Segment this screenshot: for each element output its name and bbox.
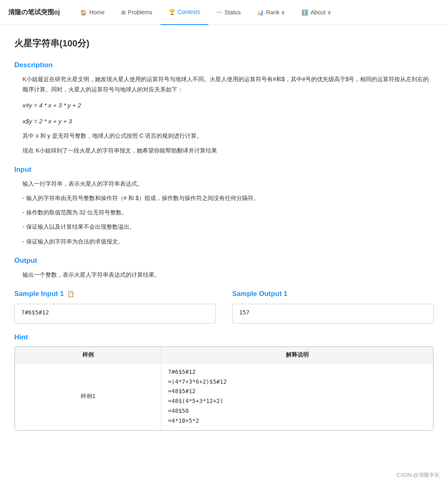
sample-section: Sample Input 1 📋 7#6$5#12 Sample Output …: [14, 290, 434, 323]
input-title: Input: [14, 166, 434, 174]
hint-table: 样例 解释说明 样例1 7#6$5#12 =(4*7+3*6+2)$5#12 =…: [15, 347, 433, 430]
sample-output-box: 157: [232, 304, 434, 323]
sample-input-header: Sample Input 1 📋: [14, 290, 216, 298]
hint-line-6: =4*10+5*2: [168, 416, 426, 426]
nav-link-rank[interactable]: 📊 Rank ∨: [249, 0, 294, 25]
input-line1: 输入一行字符串，表示火星人的字符串表达式。: [23, 179, 434, 189]
description-body: K小姐最近在研究火星文明，她发现火星人使用的运算符号与地球人不同。火星人使用的运…: [14, 74, 434, 156]
sample-output-title: Sample Output 1: [232, 290, 287, 298]
rank-icon: 📊: [257, 9, 264, 16]
hint-table-header-row: 样例 解释说明: [15, 347, 433, 363]
nav-label-home: Home: [89, 9, 104, 16]
sample-row: Sample Input 1 📋 7#6$5#12 Sample Output …: [14, 290, 434, 323]
nav-label-contests: Contests: [178, 9, 200, 15]
about-icon: ℹ️: [301, 9, 308, 16]
math-formula-1: x#y = 4 * x + 3 * y + 2: [23, 100, 434, 111]
hint-line-4: =48$(4*5+3*12+2): [168, 396, 426, 406]
hint-line-5: =48$58: [168, 406, 426, 416]
nav-list: 🏠 Home ⊞ Problems 🏆 Contests 〰 Status: [72, 0, 440, 25]
problems-icon: ⊞: [121, 9, 126, 16]
hint-section: Hint 样例 解释说明 样例1 7#6$5#12 =(4*7+3*6+2)$5…: [14, 333, 434, 431]
nav-link-problems[interactable]: ⊞ Problems: [113, 0, 161, 25]
nav-label-problems: Problems: [128, 9, 152, 16]
sample-output-col: Sample Output 1 157: [232, 290, 434, 323]
description-note2: 现在 K小姐得到了一段火星人的字符串报文，她希望你能帮助翻译并计算结果: [23, 146, 434, 156]
input-bullet2: - 操作数的取值范围为 32 位无符号整数。: [23, 207, 434, 218]
site-brand[interactable]: 清隆の笔试突围oj: [8, 8, 60, 17]
nav-link-status[interactable]: 〰 Status: [208, 0, 249, 25]
hint-col1-header: 样例: [15, 347, 161, 363]
output-body: 输出一个整数，表示火星人字符串表达式的计算结果。: [14, 270, 434, 280]
page-title: 火星字符串(100分): [14, 37, 434, 50]
nav-link-about[interactable]: ℹ️ About ∨: [293, 0, 339, 25]
output-section: Output 输出一个整数，表示火星人字符串表达式的计算结果。: [14, 257, 434, 280]
hint-col2-header: 解释说明: [161, 347, 433, 363]
nav-item-about[interactable]: ℹ️ About ∨: [293, 0, 339, 25]
nav-label-rank: Rank ∨: [266, 9, 285, 16]
sample-input-title: Sample Input 1: [14, 290, 64, 298]
hint-line-2: =(4*7+3*6+2)$5#12: [168, 377, 426, 387]
hint-example-col: 样例1: [15, 363, 161, 430]
hint-table-wrapper: 样例 解释说明 样例1 7#6$5#12 =(4*7+3*6+2)$5#12 =…: [14, 346, 434, 431]
hint-table-row: 样例1 7#6$5#12 =(4*7+3*6+2)$5#12 =48$5#12 …: [15, 363, 433, 430]
input-bullet4: - 保证输入的字符串为合法的求值报文。: [23, 237, 434, 247]
sample-input-col: Sample Input 1 📋 7#6$5#12: [14, 290, 216, 323]
nav-link-contests[interactable]: 🏆 Contests: [161, 0, 208, 25]
main-content: 火星字符串(100分) Description K小姐最近在研究火星文明，她发现…: [0, 25, 448, 453]
output-title: Output: [14, 257, 434, 265]
nav-link-home[interactable]: 🏠 Home: [72, 0, 113, 25]
sample-output-header: Sample Output 1: [232, 290, 434, 298]
hint-title: Hint: [14, 333, 434, 341]
hint-line-1: 7#6$5#12: [168, 367, 426, 377]
copy-icon[interactable]: 📋: [67, 291, 74, 297]
nav-item-problems[interactable]: ⊞ Problems: [113, 0, 161, 25]
description-section: Description K小姐最近在研究火星文明，她发现火星人使用的运算符号与地…: [14, 61, 434, 156]
input-bullet1: - 输入的字符串由无符号整数和操作符（# 和 $）组成，操作数与操作符之间没有任…: [23, 193, 434, 203]
hint-explanation-col: 7#6$5#12 =(4*7+3*6+2)$5#12 =48$5#12 =48$…: [161, 363, 433, 430]
output-text: 输出一个整数，表示火星人字符串表达式的计算结果。: [23, 270, 434, 280]
nav-item-rank[interactable]: 📊 Rank ∨: [249, 0, 294, 25]
hint-line-3: =48$5#12: [168, 387, 426, 396]
description-title: Description: [14, 61, 434, 69]
input-section: Input 输入一行字符串，表示火星人的字符串表达式。 - 输入的字符串由无符号…: [14, 166, 434, 247]
nav-label-status: Status: [224, 9, 241, 16]
nav-item-contests[interactable]: 🏆 Contests: [161, 0, 208, 25]
math-formula-2: x$y = 2 * x + y + 3: [23, 116, 434, 127]
input-bullet3: - 保证输入以及计算结果不会出现整数溢出。: [23, 222, 434, 232]
nav-item-home[interactable]: 🏠 Home: [72, 0, 113, 25]
description-note: 其中 x 和 y 是无符号整数，地球人的公式按照 C 语言的规则进行计算。: [23, 131, 434, 141]
nav-item-status[interactable]: 〰 Status: [208, 0, 249, 25]
navbar: 清隆の笔试突围oj 🏠 Home ⊞ Problems 🏆 Contests 〰…: [0, 0, 448, 25]
input-body: 输入一行字符串，表示火星人的字符串表达式。 - 输入的字符串由无符号整数和操作符…: [14, 179, 434, 247]
home-icon: 🏠: [80, 9, 87, 16]
nav-label-about: About ∨: [310, 9, 331, 16]
description-text: K小姐最近在研究火星文明，她发现火星人使用的运算符号与地球人不同。火星人使用的运…: [23, 74, 434, 95]
contests-icon: 🏆: [169, 9, 175, 15]
sample-input-box: 7#6$5#12: [14, 304, 216, 323]
status-icon: 〰: [217, 9, 222, 16]
